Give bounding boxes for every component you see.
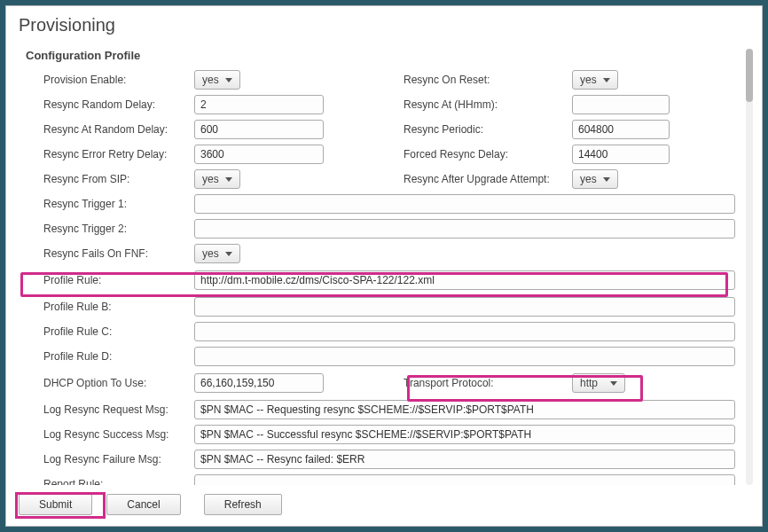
input-profile-rule-b[interactable] bbox=[194, 297, 735, 317]
row-provision-enable: Provision Enable: yes Resync On Reset: y… bbox=[43, 67, 735, 92]
input-profile-rule-d[interactable] bbox=[194, 347, 735, 366]
label-resync-trigger-1: Resync Trigger 1: bbox=[43, 198, 194, 210]
row-profile-rule: Profile Rule: bbox=[43, 268, 735, 293]
chevron-down-icon bbox=[225, 252, 232, 256]
row-dhcp-transport: DHCP Option To Use: Transport Protocol: … bbox=[43, 371, 735, 395]
select-transport-protocol[interactable]: http bbox=[572, 373, 625, 393]
content-area: Configuration Profile Provision Enable: … bbox=[19, 45, 739, 485]
select-resync-fails-on-fnf[interactable]: yes bbox=[194, 244, 240, 263]
label-log-req: Log Resync Request Msg: bbox=[43, 403, 194, 416]
cancel-button[interactable]: Cancel bbox=[106, 494, 180, 515]
input-report-rule[interactable] bbox=[194, 474, 735, 485]
label-transport-protocol: Transport Protocol: bbox=[404, 377, 572, 389]
label-report-rule: Report Rule: bbox=[43, 478, 194, 485]
form-body: Provision Enable: yes Resync On Reset: y… bbox=[19, 67, 739, 485]
label-resync-from-sip: Resync From SIP: bbox=[43, 173, 194, 185]
select-resync-from-sip[interactable]: yes bbox=[194, 169, 240, 189]
label-resync-after-upgrade: Resync After Upgrade Attempt: bbox=[404, 173, 572, 185]
row-resync-random-delay: Resync Random Delay: Resync At (HHmm): bbox=[43, 92, 735, 117]
row-resync-fails-on-fnf: Resync Fails On FNF: yes bbox=[43, 241, 735, 266]
label-resync-on-reset: Resync On Reset: bbox=[404, 74, 572, 86]
row-log-succ: Log Resync Success Msg: bbox=[43, 422, 735, 447]
label-resync-periodic: Resync Periodic: bbox=[404, 123, 572, 136]
input-resync-periodic[interactable] bbox=[572, 120, 670, 139]
scrollbar[interactable] bbox=[746, 49, 753, 485]
label-dhcp-option: DHCP Option To Use: bbox=[43, 377, 194, 389]
input-resync-at-random-delay[interactable] bbox=[194, 120, 324, 139]
input-dhcp-option[interactable] bbox=[194, 373, 324, 393]
select-provision-enable[interactable]: yes bbox=[194, 70, 240, 90]
select-value: yes bbox=[202, 74, 220, 86]
chevron-down-icon bbox=[225, 177, 232, 182]
input-resync-trigger-1[interactable] bbox=[194, 194, 735, 214]
label-resync-random-delay: Resync Random Delay: bbox=[43, 98, 194, 111]
row-resync-from-sip: Resync From SIP: yes Resync After Upgrad… bbox=[43, 167, 735, 192]
select-value: yes bbox=[580, 74, 598, 86]
select-value: yes bbox=[202, 173, 220, 185]
scrollbar-thumb[interactable] bbox=[746, 49, 753, 102]
submit-button[interactable]: Submit bbox=[19, 494, 92, 515]
chevron-down-icon bbox=[603, 177, 610, 182]
input-log-fail[interactable] bbox=[194, 450, 735, 469]
label-resync-error-retry: Resync Error Retry Delay: bbox=[43, 148, 194, 160]
label-profile-rule-b: Profile Rule B: bbox=[43, 301, 194, 313]
row-log-req: Log Resync Request Msg: bbox=[43, 397, 735, 422]
label-forced-resync-delay: Forced Resync Delay: bbox=[404, 148, 572, 160]
refresh-button[interactable]: Refresh bbox=[204, 494, 282, 515]
label-profile-rule-d: Profile Rule D: bbox=[43, 350, 194, 363]
input-profile-rule-c[interactable] bbox=[194, 322, 735, 341]
select-value: yes bbox=[580, 173, 598, 185]
select-resync-on-reset[interactable]: yes bbox=[572, 70, 618, 90]
label-resync-at-random-delay: Resync At Random Delay: bbox=[43, 123, 194, 136]
app-window: Provisioning Configuration Profile Provi… bbox=[0, 0, 768, 532]
input-log-succ[interactable] bbox=[194, 425, 735, 444]
page-title: Provisioning bbox=[6, 6, 762, 35]
input-resync-trigger-2[interactable] bbox=[194, 219, 735, 239]
chevron-down-icon bbox=[225, 78, 232, 82]
input-profile-rule[interactable] bbox=[194, 270, 735, 290]
chevron-down-icon bbox=[603, 78, 610, 82]
label-resync-fails-on-fnf: Resync Fails On FNF: bbox=[43, 247, 194, 260]
row-resync-trigger-2: Resync Trigger 2: bbox=[43, 216, 735, 241]
row-resync-at-random-delay: Resync At Random Delay: Resync Periodic: bbox=[43, 117, 735, 142]
label-resync-trigger-2: Resync Trigger 2: bbox=[43, 223, 194, 235]
row-resync-error-retry: Resync Error Retry Delay: Forced Resync … bbox=[43, 142, 735, 167]
label-log-succ: Log Resync Success Msg: bbox=[43, 428, 194, 441]
select-value: yes bbox=[202, 247, 220, 260]
row-profile-rule-b: Profile Rule B: bbox=[43, 294, 735, 319]
row-report-rule: Report Rule: bbox=[43, 472, 735, 485]
input-log-req[interactable] bbox=[194, 400, 735, 419]
row-profile-rule-c: Profile Rule C: bbox=[43, 319, 735, 344]
input-resync-error-retry[interactable] bbox=[194, 145, 324, 164]
label-profile-rule: Profile Rule: bbox=[43, 274, 194, 286]
label-profile-rule-c: Profile Rule C: bbox=[43, 325, 194, 338]
input-forced-resync-delay[interactable] bbox=[572, 145, 670, 164]
input-resync-at[interactable] bbox=[572, 95, 670, 114]
label-provision-enable: Provision Enable: bbox=[43, 74, 194, 86]
label-log-fail: Log Resync Failure Msg: bbox=[43, 453, 194, 466]
chevron-down-icon bbox=[610, 381, 617, 386]
button-bar: Submit Cancel Refresh bbox=[19, 494, 282, 515]
row-resync-trigger-1: Resync Trigger 1: bbox=[43, 192, 735, 216]
label-resync-at: Resync At (HHmm): bbox=[404, 98, 572, 111]
scrollbar-track bbox=[746, 49, 753, 485]
row-log-fail: Log Resync Failure Msg: bbox=[43, 447, 735, 472]
select-value: http bbox=[580, 377, 605, 389]
section-header: Configuration Profile bbox=[19, 45, 739, 67]
main-panel: Provisioning Configuration Profile Provi… bbox=[5, 5, 763, 527]
row-profile-rule-d: Profile Rule D: bbox=[43, 344, 735, 369]
input-resync-random-delay[interactable] bbox=[194, 95, 324, 114]
select-resync-after-upgrade[interactable]: yes bbox=[572, 169, 618, 189]
